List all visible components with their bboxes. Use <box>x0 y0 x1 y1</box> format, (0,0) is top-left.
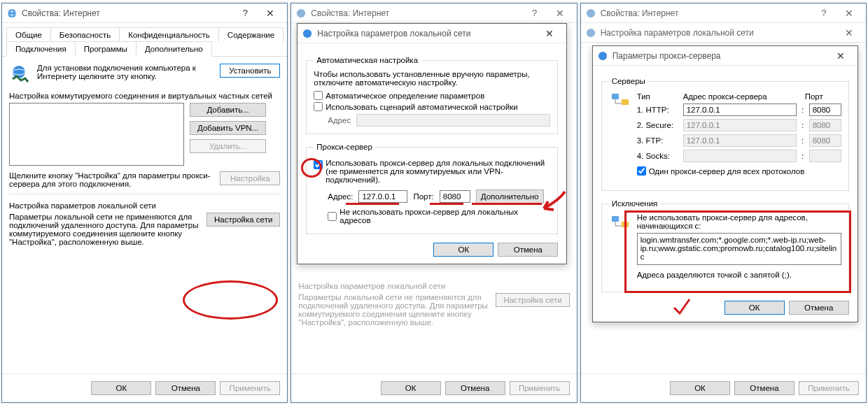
bypass-local-checkbox[interactable]: Не использовать прокси-сервер для локаль… <box>328 208 550 224</box>
cancel-button[interactable]: Отмена <box>498 243 558 257</box>
proxy-advanced-dialog: Параметры прокси-сервера ✕ Серверы Тип А… <box>592 45 858 322</box>
proxy-port-label: Порт: <box>413 192 433 201</box>
apply-button[interactable]: Применить <box>799 381 859 395</box>
dialog-buttons: ОК Отмена Применить <box>2 373 287 402</box>
titlebar: Свойства: Интернет ? ✕ <box>291 3 576 23</box>
servers-group: Серверы Тип Адрес прокси-сервера Порт 1.… <box>601 77 849 191</box>
titlebar: Свойства: Интернет ? ✕ <box>581 3 866 23</box>
http-addr-input[interactable] <box>683 103 797 116</box>
lan-settings-button[interactable]: Настройка сети <box>496 293 569 307</box>
proxy-port-input[interactable] <box>440 190 470 203</box>
ok-button[interactable]: ОК <box>433 243 493 257</box>
tab-content[interactable]: Содержание <box>218 27 284 42</box>
ok-button[interactable]: ОК <box>91 381 151 395</box>
help-button[interactable]: ? <box>232 4 258 22</box>
exceptions-textarea[interactable] <box>637 233 841 265</box>
secure-label: 2. Secure: <box>637 121 679 129</box>
use-proxy-checkbox[interactable]: Использовать прокси-сервер для локальных… <box>314 159 550 184</box>
internet-icon <box>302 28 313 39</box>
tab-connections[interactable]: Подключения <box>6 41 76 57</box>
window-title: Свойства: Интернет <box>311 8 389 18</box>
http-row: 1. HTTP: : <box>637 103 841 116</box>
tab-programs[interactable]: Программы <box>75 41 136 57</box>
socks-addr-input <box>683 150 797 162</box>
add-vpn-button[interactable]: Добавить VPN... <box>190 121 266 135</box>
help-button[interactable]: ? <box>811 4 836 22</box>
close-button[interactable]: ✕ <box>258 4 283 22</box>
internet-properties-window-2: Свойства: Интернет ? ✕ Настройка парамет… <box>290 3 577 403</box>
setup-text: Для установки подключения компьютера к И… <box>37 64 214 80</box>
secure-row: 2. Secure: : <box>637 119 841 131</box>
cancel-button[interactable]: Отмена <box>789 301 849 315</box>
secure-addr-input <box>683 119 797 131</box>
advanced-button[interactable]: Дополнительно <box>476 190 544 204</box>
close-button[interactable]: ✕ <box>547 4 573 22</box>
tab-privacy[interactable]: Конфиденциальность <box>119 27 219 42</box>
setup-button[interactable]: Установить <box>220 64 280 78</box>
internet-icon <box>597 50 608 62</box>
socks-label: 4. Socks: <box>637 152 679 160</box>
servers-legend: Серверы <box>609 77 648 85</box>
dialog-buttons: ОК Отмена Применить <box>581 373 866 402</box>
svg-point-6 <box>587 8 595 17</box>
window-title: Свойства: Интернет <box>601 8 679 18</box>
lan-settings-button[interactable]: Настройка сети <box>206 213 280 227</box>
globe-icon <box>9 64 31 86</box>
close-button[interactable]: ✕ <box>836 24 862 42</box>
cancel-button[interactable]: Отмена <box>445 381 505 395</box>
titlebar: Свойства: Интернет ? ✕ <box>2 3 287 23</box>
lan-legend: Настройка параметров локальной сети <box>9 201 280 210</box>
lan-text: Параметры локальной сети не применяются … <box>9 213 201 246</box>
remove-button[interactable]: Удалить... <box>190 139 266 153</box>
close-button[interactable]: ✕ <box>537 24 562 43</box>
cancel-button[interactable]: Отмена <box>155 381 216 395</box>
proxy-address-input[interactable] <box>358 190 407 203</box>
close-button[interactable]: ✕ <box>836 4 862 22</box>
socks-row: 4. Socks: : <box>637 150 841 162</box>
same-proxy-checkbox[interactable]: Один прокси-сервер для всех протоколов <box>637 166 841 176</box>
internet-icon <box>6 8 18 19</box>
cancel-button[interactable]: Отмена <box>734 381 794 395</box>
ok-button[interactable]: ОК <box>381 381 441 395</box>
exceptions-legend: Исключения <box>609 199 661 208</box>
ftp-row: 3. FTP: : <box>637 134 841 147</box>
tab-general[interactable]: Общие <box>6 27 51 42</box>
tab-advanced[interactable]: Дополнительно <box>136 41 212 57</box>
ftp-addr-input <box>683 134 797 147</box>
apply-button[interactable]: Применить <box>220 381 280 395</box>
apply-button[interactable]: Применить <box>510 381 570 395</box>
internet-icon <box>585 27 596 38</box>
use-script-checkbox[interactable]: Использовать сценарий автоматической нас… <box>314 102 550 111</box>
secure-port-input <box>809 119 841 131</box>
svg-point-2 <box>13 66 25 78</box>
ok-button[interactable]: ОК <box>724 301 785 315</box>
http-port-input[interactable] <box>809 103 841 116</box>
svg-point-5 <box>303 29 312 37</box>
auto-config-group: Автоматическая настройка Чтобы использов… <box>306 56 558 134</box>
settings-hint: Щелкните кнопку "Настройка" для параметр… <box>9 171 214 188</box>
svg-rect-10 <box>622 99 629 105</box>
dialog-title: Параметры прокси-сервера <box>612 51 721 61</box>
add-button[interactable]: Добавить... <box>190 103 266 117</box>
lan-legend: Настройка параметров локальной сети <box>298 282 569 290</box>
exceptions-group: Исключения Не использовать прокси-сервер… <box>601 199 849 292</box>
script-address-input <box>356 114 550 127</box>
help-button[interactable]: ? <box>522 4 547 22</box>
lan-settings-dialog: Настройка параметров локальной сети ✕ Ав… <box>297 23 567 264</box>
sub-title: Настройка параметров локальной сети <box>601 28 754 38</box>
internet-icon <box>585 8 596 19</box>
hdr-port: Порт <box>805 92 841 101</box>
server-icon <box>609 91 631 115</box>
annotation-oval <box>183 280 278 320</box>
dialog-titlebar: Настройка параметров локальной сети ✕ <box>298 24 566 43</box>
internet-properties-window-1: Свойства: Интернет ? ✕ Общие Безопасност… <box>1 3 288 403</box>
connections-list[interactable] <box>9 103 184 166</box>
lan-text: Параметры локальной сети не применяются … <box>298 293 490 327</box>
close-button[interactable]: ✕ <box>828 47 853 65</box>
ok-button[interactable]: ОК <box>670 381 730 395</box>
tabs: Общие Безопасность Конфиденциальность Со… <box>2 23 287 57</box>
dialog-title: Настройка параметров локальной сети <box>317 29 470 38</box>
auto-detect-checkbox[interactable]: Автоматическое определение параметров <box>314 91 550 100</box>
settings-button[interactable]: Настройка <box>220 171 280 185</box>
tab-security[interactable]: Безопасность <box>50 27 120 42</box>
